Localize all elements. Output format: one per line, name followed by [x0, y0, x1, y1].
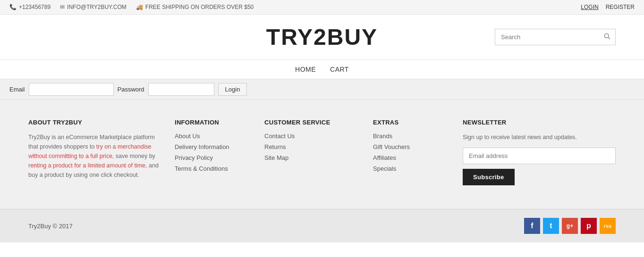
email-address: INFO@TRY2BUY.COM — [67, 4, 127, 10]
terms-link[interactable]: Terms & Conditions — [175, 165, 228, 172]
customer-service-section: CUSTOMER SERVICE Contact Us Returns Site… — [264, 119, 359, 185]
copyright-text: Try2Buy © 2017 — [28, 223, 73, 230]
customer-service-list: Contact Us Returns Site Map — [264, 133, 359, 161]
email-label: Email — [9, 86, 25, 93]
shipping-item: 🚚 FREE SHIPPING ON ORDERS OVER $50 — [136, 4, 254, 10]
list-item: Delivery Information — [175, 143, 250, 150]
contact-us-link[interactable]: Contact Us — [264, 133, 295, 140]
list-item: Gift Vouchers — [373, 143, 449, 150]
email-input[interactable] — [29, 83, 114, 96]
newsletter-section: NEWSLETTER Sign up to receive latest new… — [463, 119, 616, 185]
main-content: ABOUT TRY2BUY Try2Buy is an eCommerce Ma… — [0, 100, 644, 209]
newsletter-description: Sign up to receive latest news and updat… — [463, 133, 616, 142]
list-item: Privacy Policy — [175, 154, 250, 161]
specials-link[interactable]: Specials — [373, 165, 396, 172]
extras-section: EXTRAS Brands Gift Vouchers Affiliates S… — [373, 119, 449, 185]
customer-service-title: CUSTOMER SERVICE — [264, 119, 359, 126]
password-label: Password — [118, 86, 144, 93]
twitter-icon[interactable]: t — [543, 218, 559, 234]
search-button[interactable] — [599, 29, 615, 45]
list-item: Affiliates — [373, 154, 449, 161]
login-link[interactable]: LOGIN — [581, 4, 598, 10]
gift-vouchers-link[interactable]: Gift Vouchers — [373, 143, 410, 150]
phone-item: 📞 +123456789 — [9, 4, 51, 10]
about-title: ABOUT TRY2BUY — [28, 119, 161, 126]
social-icons: f t g+ p rss — [524, 218, 616, 234]
newsletter-title: NEWSLETTER — [463, 119, 616, 126]
information-list: About Us Delivery Information Privacy Po… — [175, 133, 250, 172]
about-us-link[interactable]: About Us — [175, 133, 200, 140]
facebook-icon[interactable]: f — [524, 218, 540, 234]
list-item: Site Map — [264, 154, 359, 161]
phone-icon: 📞 — [9, 4, 17, 10]
top-bar: 📞 +123456789 ✉ INFO@TRY2BUY.COM 🚚 FREE S… — [0, 0, 644, 15]
newsletter-email-input[interactable] — [463, 148, 616, 164]
affiliates-link[interactable]: Affiliates — [373, 154, 396, 161]
phone-number: +123456789 — [19, 4, 51, 10]
login-bar: Email Password Login — [0, 79, 644, 100]
password-input[interactable] — [148, 83, 214, 96]
email-icon: ✉ — [60, 4, 65, 10]
list-item: About Us — [175, 133, 250, 140]
top-bar-left: 📞 +123456789 ✉ INFO@TRY2BUY.COM 🚚 FREE S… — [9, 4, 571, 10]
login-button[interactable]: Login — [218, 83, 247, 96]
list-item: Brands — [373, 133, 449, 140]
information-title: INFORMATION — [175, 119, 250, 126]
svg-line-1 — [608, 37, 610, 39]
top-bar-right: LOGIN REGISTER — [581, 4, 635, 10]
sitemap-link[interactable]: Site Map — [264, 154, 288, 161]
brands-link[interactable]: Brands — [373, 133, 392, 140]
google-plus-icon[interactable]: g+ — [562, 218, 578, 234]
extras-title: EXTRAS — [373, 119, 449, 126]
header: TRY2BUY — [0, 15, 644, 59]
search-icon — [604, 33, 610, 40]
nav-bar: HOME CART — [0, 59, 644, 79]
svg-point-0 — [604, 33, 609, 38]
rss-icon[interactable]: rss — [600, 218, 616, 234]
about-description: Try2Buy is an eCommerce Marketplace plat… — [28, 133, 161, 180]
shipping-text: FREE SHIPPING ON ORDERS OVER $50 — [145, 4, 254, 10]
information-section: INFORMATION About Us Delivery Informatio… — [175, 119, 250, 185]
extras-list: Brands Gift Vouchers Affiliates Specials — [373, 133, 449, 172]
nav-home[interactable]: HOME — [295, 66, 316, 73]
footer-grid: ABOUT TRY2BUY Try2Buy is an eCommerce Ma… — [28, 119, 616, 185]
list-item: Specials — [373, 165, 449, 172]
privacy-link[interactable]: Privacy Policy — [175, 154, 213, 161]
search-input[interactable] — [495, 30, 599, 44]
search-box — [495, 29, 616, 45]
list-item: Terms & Conditions — [175, 165, 250, 172]
nav-cart[interactable]: CART — [330, 66, 349, 73]
register-link[interactable]: REGISTER — [606, 4, 635, 10]
email-item: ✉ INFO@TRY2BUY.COM — [60, 4, 127, 10]
site-logo: TRY2BUY — [266, 24, 378, 50]
bottom-bar: Try2Buy © 2017 f t g+ p rss — [0, 209, 644, 242]
truck-icon: 🚚 — [136, 4, 143, 10]
list-item: Returns — [264, 143, 359, 150]
returns-link[interactable]: Returns — [264, 143, 286, 150]
delivery-link[interactable]: Delivery Information — [175, 143, 229, 150]
list-item: Contact Us — [264, 133, 359, 140]
pinterest-icon[interactable]: p — [581, 218, 597, 234]
subscribe-button[interactable]: Subscribe — [463, 169, 515, 185]
about-section: ABOUT TRY2BUY Try2Buy is an eCommerce Ma… — [28, 119, 161, 185]
